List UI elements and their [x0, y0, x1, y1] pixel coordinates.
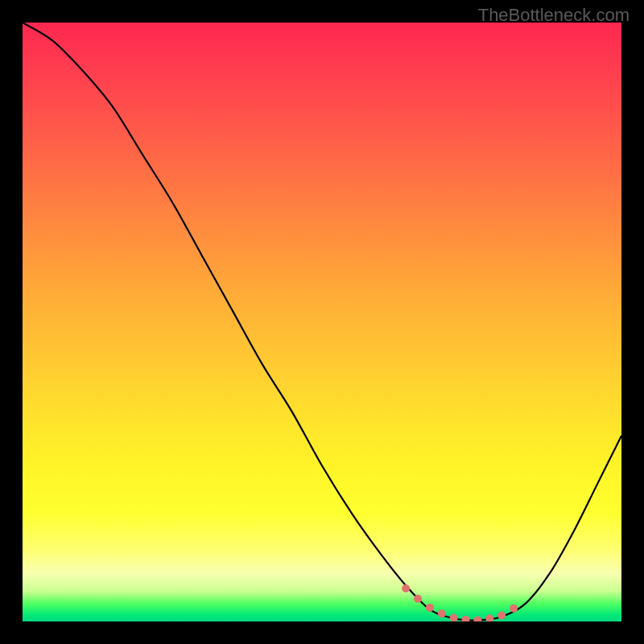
watermark-text: TheBottleneck.com	[478, 5, 630, 26]
bottleneck-curve-path	[23, 23, 621, 621]
curve-marker	[426, 604, 434, 612]
curve-marker	[462, 616, 470, 621]
curve-marker	[402, 584, 410, 592]
curve-marker	[473, 617, 481, 621]
chart-plot-area	[23, 23, 621, 621]
curve-marker	[414, 595, 422, 603]
curve-marker	[485, 614, 493, 621]
curve-marker	[450, 614, 458, 621]
marker-group	[402, 584, 518, 621]
chart-svg	[23, 23, 621, 621]
curve-marker	[497, 612, 506, 620]
curve-marker	[510, 605, 518, 613]
curve-marker	[438, 609, 446, 617]
